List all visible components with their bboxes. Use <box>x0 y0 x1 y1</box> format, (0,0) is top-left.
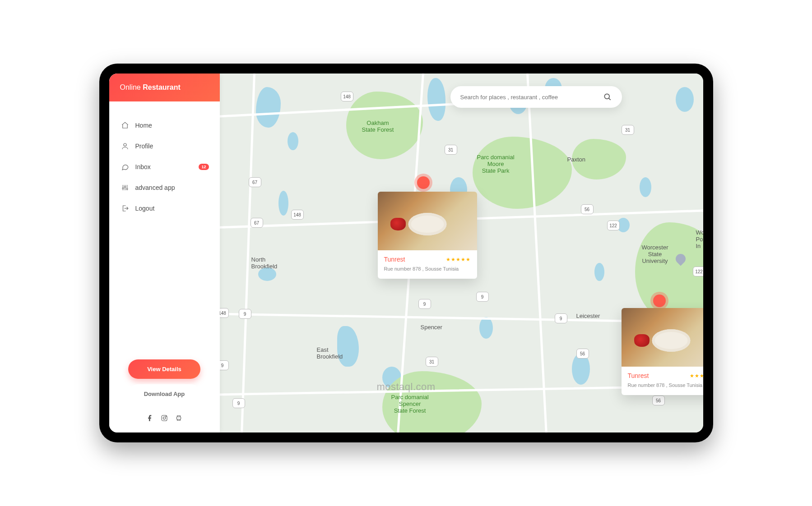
route-shield: 31 <box>426 357 438 367</box>
map-label-city: Wo Pol In <box>696 229 703 249</box>
restaurant-address: Rue number 878 , Sousse Tunisia <box>384 266 471 272</box>
search-bar[interactable] <box>450 86 622 108</box>
svg-point-3 <box>126 189 128 190</box>
sidebar-item-profile[interactable]: Profile <box>109 136 220 156</box>
instagram-icon[interactable] <box>161 414 168 422</box>
brand-header: Online Restaurant <box>109 74 220 101</box>
svg-point-5 <box>163 417 165 419</box>
map-label-city: North Brookfield <box>251 256 278 270</box>
map-area[interactable]: Oakham State Forest Parc domanial Moore … <box>220 74 703 432</box>
route-shield: 56 <box>576 349 589 359</box>
sidebar-item-label: advanced app <box>135 184 175 191</box>
map-label-city: Spencer <box>421 324 442 331</box>
route-shield: 67 <box>249 177 261 187</box>
svg-point-2 <box>124 186 125 188</box>
svg-rect-7 <box>176 417 181 419</box>
svg-point-6 <box>166 416 166 417</box>
search-icon[interactable] <box>603 92 612 101</box>
route-shield: 9 <box>418 299 431 309</box>
social-links <box>146 414 182 422</box>
route-shield: 31 <box>445 145 457 155</box>
sidebar-item-logout[interactable]: Logout <box>109 198 220 219</box>
svg-point-1 <box>122 188 124 189</box>
route-shield: 9 <box>239 309 251 319</box>
route-shield: 9 <box>476 292 489 302</box>
route-shield: 9 <box>220 360 229 370</box>
map-label-city: East Brookfield <box>317 346 343 360</box>
route-shield: 9 <box>555 313 567 323</box>
restaurant-card[interactable]: Tunrest ★★★★★ Rue number 878 , Sousse Tu… <box>622 308 703 395</box>
route-shield: 9 <box>232 398 245 408</box>
sidebar-item-label: Logout <box>135 205 155 212</box>
map-label-city: Leicester <box>576 313 600 319</box>
restaurant-card[interactable]: Tunrest ★★★★★ Rue number 878 , Sousse Tu… <box>378 192 477 279</box>
brand-light: Online <box>120 83 143 91</box>
restaurant-title: Tunrest <box>384 256 405 263</box>
map-label-forest: Oakham State Forest <box>362 120 394 133</box>
sidebar-item-label: Inbox <box>135 163 151 170</box>
facebook-icon[interactable] <box>146 414 153 422</box>
route-shield: 122 <box>693 267 703 276</box>
map-label-forest: Parc domanial Moore State Park <box>477 154 515 174</box>
star-rating: ★★★★★ <box>446 257 471 262</box>
route-shield: 56 <box>652 396 665 405</box>
route-shield: 31 <box>622 125 634 135</box>
restaurant-card-body: Tunrest ★★★★★ Rue number 878 , Sousse Tu… <box>622 367 703 395</box>
route-shield: 148 <box>220 308 229 318</box>
sidebar-item-home[interactable]: Home <box>109 115 220 136</box>
home-icon <box>121 121 129 129</box>
star-rating: ★★★★★ <box>690 373 703 379</box>
map-pin[interactable] <box>653 294 666 307</box>
inbox-badge: 12 <box>199 164 209 170</box>
user-icon <box>121 142 129 150</box>
route-shield: 148 <box>291 210 304 220</box>
device-frame: Online Restaurant Home Profile <box>99 64 713 442</box>
sidebar: Online Restaurant Home Profile <box>109 74 220 432</box>
brand-bold: Restaurant <box>143 83 181 91</box>
restaurant-address: Rue number 878 , Sousse Tunisia <box>628 382 703 389</box>
app-screen: Online Restaurant Home Profile <box>109 74 703 432</box>
svg-point-0 <box>124 143 126 146</box>
map-label-city: Paxton <box>567 156 585 163</box>
sidebar-item-inbox[interactable]: Inbox 12 <box>109 156 220 177</box>
download-app-button[interactable]: Download App <box>128 384 200 404</box>
restaurant-thumbnail <box>378 192 477 250</box>
sidebar-item-label: Home <box>135 122 152 129</box>
route-shield: 122 <box>607 221 620 230</box>
restaurant-card-body: Tunrest ★★★★★ Rue number 878 , Sousse Tu… <box>378 250 477 279</box>
view-details-button[interactable]: View Details <box>128 359 200 379</box>
sidebar-item-label: Profile <box>135 143 153 150</box>
map-pin[interactable] <box>417 176 430 189</box>
search-input[interactable] <box>460 94 603 101</box>
chat-icon <box>121 163 129 171</box>
route-shield: 148 <box>341 92 353 101</box>
restaurant-title: Tunrest <box>628 372 649 379</box>
svg-point-8 <box>604 94 609 99</box>
print-icon[interactable] <box>175 414 182 422</box>
sliders-icon <box>121 184 129 192</box>
sidebar-item-advanced[interactable]: advanced app <box>109 177 220 198</box>
sidebar-nav: Home Profile Inbox 12 <box>109 101 220 223</box>
route-shield: 56 <box>581 204 594 214</box>
restaurant-thumbnail <box>622 308 703 367</box>
map-label-forest: Parc domanial Spencer State Forest <box>391 394 429 414</box>
route-shield: 67 <box>251 218 263 228</box>
sidebar-bottom: View Details Download App <box>109 350 220 432</box>
map-label-city: Worcester State University <box>642 244 668 264</box>
logout-icon <box>121 204 129 212</box>
